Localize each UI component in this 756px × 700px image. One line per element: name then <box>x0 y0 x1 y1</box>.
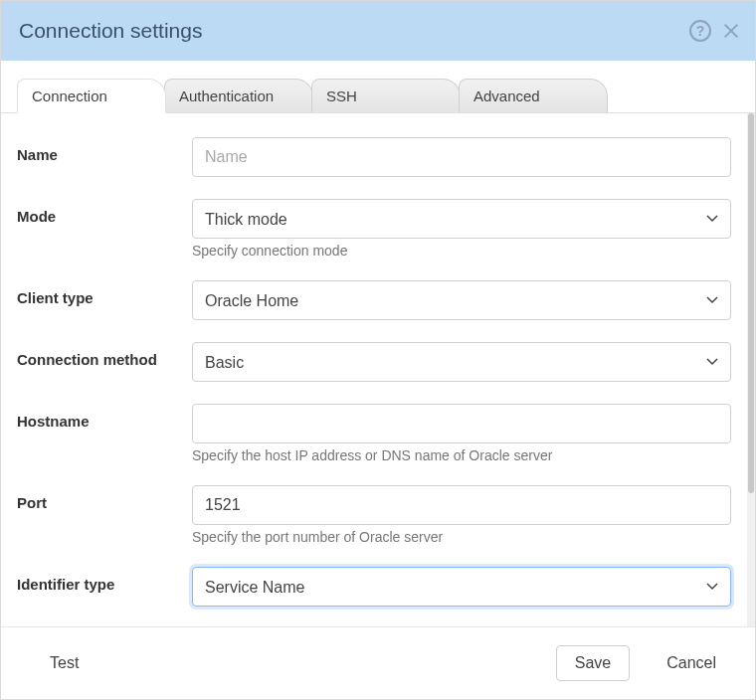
connection-settings-dialog: Connection settings ? Connection Authent… <box>0 0 756 700</box>
row-mode: Mode Thick mode Specify connection mode <box>17 199 731 259</box>
close-icon[interactable] <box>721 21 741 41</box>
field-client-type: Oracle Home <box>192 280 731 320</box>
save-button[interactable]: Save <box>556 645 630 681</box>
field-name <box>192 137 731 177</box>
tab-connection[interactable]: Connection <box>17 79 166 113</box>
mode-help: Specify connection mode <box>192 243 731 259</box>
label-hostname: Hostname <box>17 404 192 430</box>
port-input[interactable] <box>192 485 731 525</box>
row-hostname: Hostname Specify the host IP address or … <box>17 404 731 463</box>
row-connection-method: Connection method Basic <box>17 342 731 382</box>
identifier-type-select[interactable]: Service Name <box>192 567 731 607</box>
field-hostname: Specify the host IP address or DNS name … <box>192 404 731 463</box>
field-connection-method: Basic <box>192 342 731 382</box>
client-type-select[interactable]: Oracle Home <box>192 280 731 320</box>
row-name: Name <box>17 137 731 177</box>
tabs: Connection Authentication SSH Advanced <box>1 61 755 113</box>
tab-label: Authentication <box>179 88 274 104</box>
content-wrap: Name Mode Thick mode Specify connection … <box>1 113 755 626</box>
hostname-help: Specify the host IP address or DNS name … <box>192 447 731 463</box>
label-port: Port <box>17 485 192 511</box>
tab-label: SSH <box>326 88 357 104</box>
row-port: Port Specify the port number of Oracle s… <box>17 485 731 545</box>
label-connection-method: Connection method <box>17 342 192 368</box>
tab-authentication[interactable]: Authentication <box>164 79 313 112</box>
content: Name Mode Thick mode Specify connection … <box>1 113 747 626</box>
tab-label: Connection <box>32 88 107 104</box>
hostname-input[interactable] <box>192 404 731 443</box>
cancel-button[interactable]: Cancel <box>648 645 735 681</box>
label-mode: Mode <box>17 199 192 225</box>
field-port: Specify the port number of Oracle server <box>192 485 731 545</box>
label-name: Name <box>17 137 192 163</box>
tab-advanced[interactable]: Advanced <box>459 79 608 112</box>
field-mode: Thick mode Specify connection mode <box>192 199 731 259</box>
help-icon[interactable]: ? <box>689 20 711 42</box>
label-identifier-type: Identifier type <box>17 567 192 593</box>
titlebar-actions: ? <box>689 20 741 42</box>
name-input[interactable] <box>192 137 731 177</box>
scrollbar-thumb[interactable] <box>748 113 754 493</box>
scrollbar[interactable] <box>747 113 755 626</box>
titlebar: Connection settings ? <box>1 1 755 61</box>
tab-label: Advanced <box>473 88 540 104</box>
port-help: Specify the port number of Oracle server <box>192 529 731 545</box>
footer: Test Save Cancel <box>1 626 755 699</box>
test-button[interactable]: Test <box>31 645 97 681</box>
connection-method-select[interactable]: Basic <box>192 342 731 382</box>
field-identifier-type: Service Name <box>192 567 731 607</box>
row-identifier-type: Identifier type Service Name <box>17 567 731 607</box>
mode-select[interactable]: Thick mode <box>192 199 731 239</box>
row-client-type: Client type Oracle Home <box>17 280 731 320</box>
tab-ssh[interactable]: SSH <box>311 79 461 112</box>
label-client-type: Client type <box>17 280 192 306</box>
dialog-title: Connection settings <box>19 19 202 43</box>
